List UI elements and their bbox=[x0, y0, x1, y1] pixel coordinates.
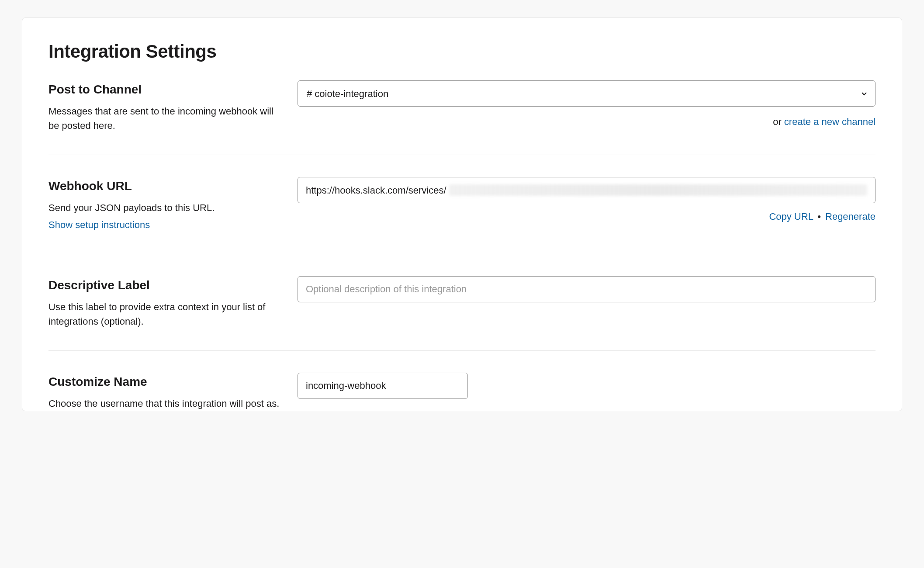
descriptive-label-desc: Use this label to provide extra context … bbox=[48, 300, 280, 329]
webhook-url-redacted bbox=[449, 184, 867, 196]
settings-card: Integration Settings Post to Channel Mes… bbox=[22, 17, 902, 411]
section-webhook-url: Webhook URL Send your JSON payloads to t… bbox=[48, 177, 876, 254]
channel-select[interactable]: # coiote-integration bbox=[298, 80, 876, 107]
post-to-channel-title: Post to Channel bbox=[48, 80, 280, 99]
create-channel-link[interactable]: create a new channel bbox=[784, 116, 876, 127]
channel-select-value: # coiote-integration bbox=[298, 80, 876, 107]
customize-name-title: Customize Name bbox=[48, 373, 280, 391]
webhook-url-desc: Send your JSON payloads to this URL. bbox=[48, 201, 280, 215]
copy-url-link[interactable]: Copy URL bbox=[769, 211, 813, 222]
regenerate-link[interactable]: Regenerate bbox=[825, 211, 876, 222]
post-to-channel-desc: Messages that are sent to the incoming w… bbox=[48, 104, 280, 133]
section-post-to-channel: Post to Channel Messages that are sent t… bbox=[48, 80, 876, 155]
separator-bullet: • bbox=[817, 211, 821, 222]
webhook-url-title: Webhook URL bbox=[48, 177, 280, 195]
create-channel-row: or create a new channel bbox=[298, 114, 876, 129]
descriptive-label-input[interactable] bbox=[298, 276, 876, 302]
webhook-url-visible: https://hooks.slack.com/services/ bbox=[306, 183, 446, 197]
section-customize-name: Customize Name Choose the username that … bbox=[48, 373, 876, 411]
section-descriptive-label: Descriptive Label Use this label to prov… bbox=[48, 276, 876, 351]
webhook-url-input[interactable]: https://hooks.slack.com/services/ bbox=[298, 177, 876, 203]
customize-name-input[interactable] bbox=[298, 373, 468, 399]
or-text: or bbox=[773, 116, 784, 127]
customize-name-desc: Choose the username that this integratio… bbox=[48, 396, 280, 411]
show-setup-instructions-link[interactable]: Show setup instructions bbox=[48, 218, 150, 232]
descriptive-label-title: Descriptive Label bbox=[48, 276, 280, 294]
page-title: Integration Settings bbox=[48, 38, 876, 65]
